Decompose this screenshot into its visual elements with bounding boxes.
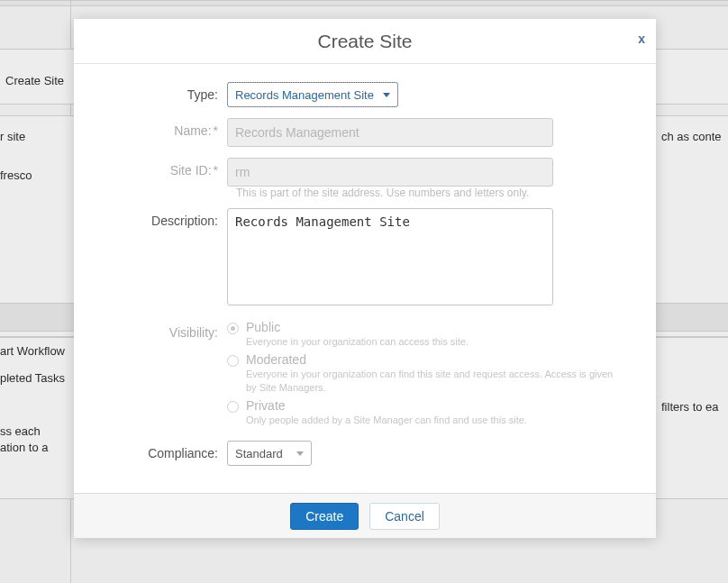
bg-rsite: r site	[0, 130, 25, 143]
label-type: Type:	[83, 82, 227, 107]
radio-private-desc: Only people added by a Site Manager can …	[246, 414, 527, 427]
radio-moderated-label: Moderated	[246, 352, 614, 367]
close-icon[interactable]: x	[638, 32, 645, 46]
create-site-dialog: Create Site x Type: Records Management S…	[74, 19, 656, 538]
bg-fresco: fresco	[0, 169, 32, 182]
bg-ss-each: ss each	[0, 424, 41, 438]
bg-ation-to-a: ation to a	[0, 441, 49, 454]
label-siteid: Site ID:*	[83, 158, 227, 187]
dialog-footer: Create Cancel	[74, 493, 656, 538]
dialog-header: Create Site x	[74, 19, 656, 64]
radio-public-desc: Everyone in your organization can access…	[246, 335, 469, 349]
bg-pleted-tasks: pleted Tasks	[0, 371, 65, 385]
bg-filters-to-ea: filters to ea	[661, 400, 719, 414]
label-description: Description:	[83, 208, 227, 309]
siteid-input	[227, 158, 553, 187]
chevron-down-icon	[296, 451, 304, 456]
radio-public-label: Public	[246, 320, 469, 334]
label-name: Name:*	[83, 118, 227, 147]
bg-create-site: Create Site	[5, 74, 64, 87]
bg-ch-as-conte: ch as conte	[661, 130, 722, 143]
radio-moderated-desc: Everyone in your organization can find t…	[246, 368, 614, 395]
chevron-down-icon	[383, 93, 390, 97]
bg-art-workflow: art Workflow	[0, 344, 65, 358]
row-description: Description:	[83, 208, 647, 309]
visibility-private: Private Only people added by a Site Mana…	[227, 398, 614, 427]
create-button[interactable]: Create	[290, 503, 359, 530]
name-input	[227, 118, 553, 147]
label-compliance: Compliance:	[83, 441, 227, 466]
compliance-select-value: Standard	[235, 447, 283, 460]
visibility-public: Public Everyone in your organization can…	[227, 320, 614, 349]
label-visibility: Visibility:	[83, 320, 227, 430]
compliance-select[interactable]: Standard	[227, 441, 312, 466]
label-siteid-text: Site ID:	[170, 163, 212, 178]
type-select[interactable]: Records Management Site	[227, 82, 398, 107]
dialog-body: Type: Records Management Site Name:* Sit…	[74, 64, 656, 493]
row-type: Type: Records Management Site	[83, 82, 647, 107]
bg-header-strip	[0, 0, 728, 6]
label-name-text: Name:	[174, 123, 211, 138]
radio-public	[227, 323, 239, 334]
visibility-moderated: Moderated Everyone in your organization …	[227, 352, 614, 395]
row-name: Name:*	[83, 118, 647, 147]
cancel-button[interactable]: Cancel	[369, 503, 440, 530]
row-compliance: Compliance: Standard	[83, 441, 647, 466]
dialog-title: Create Site	[317, 31, 412, 52]
radio-private	[227, 401, 239, 413]
radio-private-label: Private	[246, 398, 527, 413]
radio-moderated	[227, 355, 239, 367]
description-input[interactable]	[227, 208, 553, 305]
type-select-value: Records Management Site	[235, 88, 374, 102]
row-visibility: Visibility: Public Everyone in your orga…	[83, 320, 647, 430]
